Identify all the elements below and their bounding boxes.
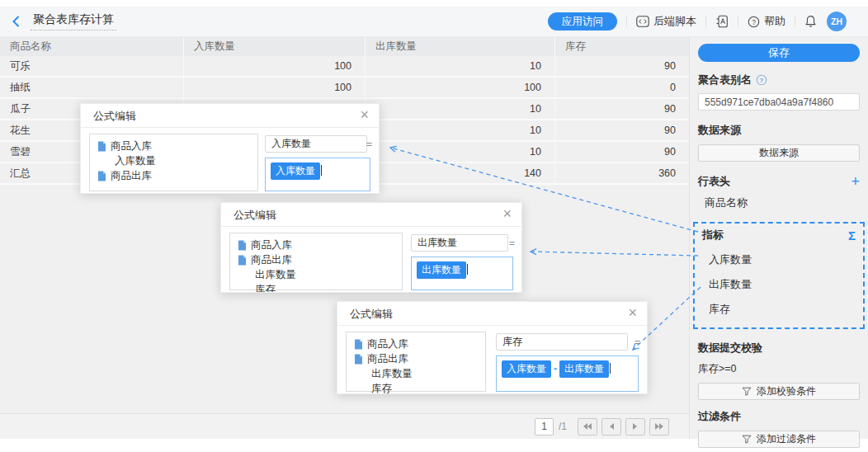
tree-item-label: 出库数量 — [255, 268, 296, 282]
tree-item[interactable]: 出库数量 — [354, 366, 478, 381]
double-chevron-left-icon — [583, 422, 592, 431]
metric-name-input[interactable]: 出库数量 — [411, 234, 508, 252]
close-icon[interactable]: × — [628, 302, 637, 324]
metric-item[interactable]: 库存 — [702, 302, 856, 317]
sigma-icon[interactable]: Σ — [848, 228, 856, 242]
document-icon — [97, 171, 106, 181]
plus-icon[interactable]: + — [851, 177, 860, 187]
field-chip[interactable]: 入库数量 — [271, 162, 320, 180]
tree-item[interactable]: 出库数量 — [238, 267, 394, 282]
app-access-button[interactable]: 应用访问 — [548, 12, 617, 31]
field-tree: 商品入库 商品出库 出库数量 库存 — [346, 332, 486, 392]
tree-item[interactable]: 商品出库 — [97, 168, 250, 183]
equals-sign: = — [634, 337, 640, 348]
table-header-row: 商品名称 入库数量 出库数量 库存 — [0, 37, 689, 56]
tree-item-label: 商品入库 — [251, 238, 292, 252]
metrics-section-highlight: 指标 Σ 入库数量 出库数量 库存 — [693, 222, 865, 329]
datasource-button[interactable]: 数据来源 — [698, 144, 860, 162]
document-icon — [354, 354, 363, 365]
metric-item[interactable]: 入库数量 — [702, 252, 856, 267]
row-header-item[interactable]: 商品名称 — [698, 195, 860, 210]
address-book-button[interactable] — [715, 15, 729, 28]
divider — [705, 16, 706, 27]
tree-item-label: 出库数量 — [371, 367, 413, 381]
metric-name-input[interactable]: 库存 — [496, 333, 628, 351]
tree-item-label: 入库数量 — [115, 154, 156, 168]
value-cell: 90 — [555, 120, 689, 140]
svg-text:?: ? — [752, 17, 756, 26]
last-page-button[interactable] — [649, 418, 669, 436]
dialog-title: 公式编辑 — [337, 302, 647, 326]
formula-input-area[interactable]: 入库数量-出库数量 — [496, 355, 639, 392]
tree-item[interactable]: 入库数量 — [97, 153, 250, 168]
avatar[interactable]: ZH — [827, 12, 847, 31]
product-name-cell: 抽纸 — [0, 78, 184, 97]
prev-page-button[interactable] — [601, 418, 621, 436]
tree-item-label: 商品出库 — [111, 169, 152, 183]
document-icon — [238, 255, 247, 266]
help-circle-icon[interactable]: ? — [756, 74, 767, 86]
formula-input-area[interactable]: 入库数量 — [265, 158, 370, 191]
metric-item[interactable]: 出库数量 — [702, 277, 856, 292]
product-name-cell: 可乐 — [0, 56, 184, 76]
question-circle-icon: ? — [748, 16, 760, 28]
tree-item[interactable]: 商品出库 — [354, 351, 478, 366]
value-cell: 140 — [366, 163, 555, 183]
add-filter-button[interactable]: 添加过滤条件 — [698, 431, 860, 448]
total-pages-label: /1 — [559, 421, 567, 432]
tree-item[interactable]: 商品出库 — [238, 252, 394, 267]
help-button[interactable]: ? 帮助 — [748, 14, 785, 29]
pagination-bar: 1 /1 — [0, 413, 689, 439]
formula-editor-dialog: 公式编辑 × 商品入库 入库数量 商品出库 入库数量 = 入库数量 — [80, 103, 380, 194]
address-book-icon — [715, 15, 729, 28]
tree-item[interactable]: 商品入库 — [354, 337, 478, 351]
funnel-icon — [742, 387, 752, 396]
backend-script-button[interactable]: 后端脚本 — [636, 14, 696, 29]
equals-sign: = — [366, 139, 372, 150]
save-button[interactable]: 保存 — [698, 44, 860, 62]
notifications-button[interactable] — [804, 15, 817, 28]
top-bar: 聚合表库存计算 应用访问 后端脚本 ? 帮助 ZH — [0, 7, 868, 37]
metrics-label: 指标 — [702, 228, 724, 242]
backend-script-label: 后端脚本 — [653, 14, 696, 29]
field-chip[interactable]: 出库数量 — [417, 261, 466, 279]
back-button[interactable] — [12, 15, 21, 28]
formula-input-area[interactable]: 出库数量 — [411, 257, 513, 290]
text-caret — [321, 165, 322, 176]
close-icon[interactable]: × — [360, 104, 369, 126]
value-cell: 100 — [184, 78, 366, 97]
current-page-input[interactable]: 1 — [535, 418, 554, 436]
document-icon — [354, 339, 363, 350]
tree-item[interactable]: 商品入库 — [238, 238, 394, 252]
next-page-button[interactable] — [625, 418, 645, 436]
value-cell: 10 — [366, 99, 555, 119]
value-cell: 90 — [555, 142, 689, 162]
value-cell: 10 — [366, 56, 555, 76]
validation-label: 数据提交校验 — [698, 341, 860, 355]
close-icon[interactable]: × — [502, 203, 512, 225]
equals-sign: = — [509, 238, 515, 249]
dialog-title: 公式编辑 — [221, 203, 521, 227]
tree-item[interactable]: 商品入库 — [97, 139, 250, 153]
field-chip[interactable]: 出库数量 — [559, 360, 609, 378]
alias-input[interactable] — [698, 93, 860, 111]
divider — [626, 16, 627, 27]
tree-item-label: 商品入库 — [367, 337, 408, 351]
filter-label: 过滤条件 — [698, 409, 860, 424]
value-cell: 100 — [366, 78, 555, 97]
field-chip[interactable]: 入库数量 — [502, 360, 551, 378]
first-page-button[interactable] — [578, 418, 597, 436]
funnel-icon — [742, 435, 752, 444]
page-title[interactable]: 聚合表库存计算 — [31, 12, 116, 31]
app-window: 聚合表库存计算 应用访问 后端脚本 ? 帮助 ZH — [0, 0, 868, 452]
add-validation-button[interactable]: 添加校验条件 — [698, 383, 860, 400]
tree-item[interactable]: 库存 — [238, 282, 394, 293]
tree-item[interactable]: 库存 — [354, 381, 478, 394]
chevron-right-icon — [632, 422, 639, 431]
metric-name-input[interactable]: 入库数量 — [265, 135, 367, 153]
tree-item-label: 库存 — [371, 382, 392, 395]
validation-rule[interactable]: 库存>=0 — [698, 362, 860, 376]
field-tree: 商品入库 入库数量 商品出库 — [89, 134, 258, 191]
dialog-title: 公式编辑 — [81, 104, 379, 128]
column-header: 库存 — [555, 37, 689, 56]
